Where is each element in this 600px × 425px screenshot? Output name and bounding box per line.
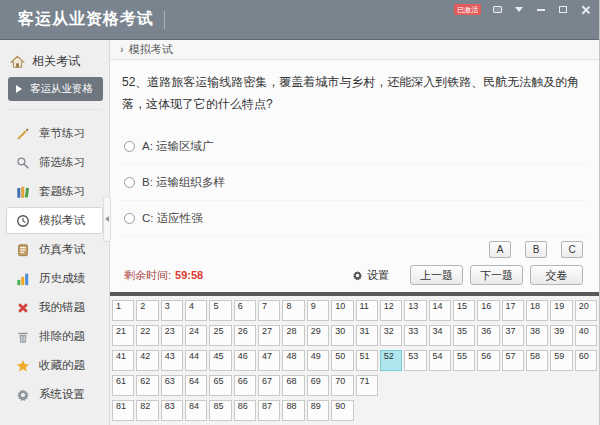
grid-cell-44[interactable]: 44 bbox=[185, 350, 207, 371]
grid-cell-87[interactable]: 87 bbox=[258, 400, 280, 421]
sidebar-item-my-mistakes[interactable]: 我的错题 bbox=[6, 294, 103, 321]
close-icon[interactable] bbox=[579, 4, 591, 15]
grid-cell-70[interactable]: 70 bbox=[331, 375, 353, 396]
grid-cell-7[interactable]: 7 bbox=[258, 300, 280, 321]
grid-cell-43[interactable]: 43 bbox=[161, 350, 183, 371]
answer-key-b-button[interactable]: B bbox=[525, 241, 547, 258]
option-c-radio[interactable] bbox=[124, 213, 135, 224]
option-b-radio[interactable] bbox=[124, 177, 135, 188]
grid-cell-33[interactable]: 33 bbox=[404, 325, 426, 346]
grid-cell-53[interactable]: 53 bbox=[404, 350, 426, 371]
answer-key-c-button[interactable]: C bbox=[561, 241, 583, 258]
grid-cell-9[interactable]: 9 bbox=[307, 300, 329, 321]
grid-cell-25[interactable]: 25 bbox=[209, 325, 231, 346]
grid-cell-56[interactable]: 56 bbox=[477, 350, 499, 371]
sidebar-item-mock-exam[interactable]: 模拟考试 bbox=[6, 207, 103, 234]
minimize-icon[interactable] bbox=[535, 4, 547, 15]
grid-cell-26[interactable]: 26 bbox=[234, 325, 256, 346]
grid-cell-11[interactable]: 11 bbox=[356, 300, 378, 321]
grid-cell-19[interactable]: 19 bbox=[550, 300, 572, 321]
grid-cell-57[interactable]: 57 bbox=[502, 350, 524, 371]
grid-cell-59[interactable]: 59 bbox=[550, 350, 572, 371]
grid-cell-86[interactable]: 86 bbox=[234, 400, 256, 421]
grid-cell-41[interactable]: 41 bbox=[112, 350, 134, 371]
grid-cell-10[interactable]: 10 bbox=[331, 300, 353, 321]
grid-cell-68[interactable]: 68 bbox=[282, 375, 304, 396]
grid-cell-49[interactable]: 49 bbox=[307, 350, 329, 371]
grid-cell-40[interactable]: 40 bbox=[575, 325, 597, 346]
answer-key-a-button[interactable]: A bbox=[489, 241, 511, 258]
grid-cell-66[interactable]: 66 bbox=[234, 375, 256, 396]
grid-cell-63[interactable]: 63 bbox=[161, 375, 183, 396]
grid-cell-65[interactable]: 65 bbox=[209, 375, 231, 396]
grid-cell-17[interactable]: 17 bbox=[502, 300, 524, 321]
option-c[interactable]: C: 适应性强 bbox=[122, 201, 587, 237]
submit-exam-button[interactable]: 交卷 bbox=[530, 265, 583, 285]
grid-cell-47[interactable]: 47 bbox=[258, 350, 280, 371]
grid-cell-62[interactable]: 62 bbox=[136, 375, 158, 396]
grid-cell-61[interactable]: 61 bbox=[112, 375, 134, 396]
grid-cell-52[interactable]: 52 bbox=[380, 350, 402, 371]
sidebar-item-simulation-exam[interactable]: 仿真考试 bbox=[6, 236, 103, 263]
next-question-button[interactable]: 下一题 bbox=[470, 265, 523, 285]
grid-cell-81[interactable]: 81 bbox=[112, 400, 134, 421]
grid-cell-39[interactable]: 39 bbox=[550, 325, 572, 346]
grid-cell-16[interactable]: 16 bbox=[477, 300, 499, 321]
grid-cell-13[interactable]: 13 bbox=[404, 300, 426, 321]
grid-cell-82[interactable]: 82 bbox=[136, 400, 158, 421]
grid-cell-35[interactable]: 35 bbox=[453, 325, 475, 346]
grid-cell-83[interactable]: 83 bbox=[161, 400, 183, 421]
maximize-icon[interactable] bbox=[557, 4, 569, 15]
grid-cell-55[interactable]: 55 bbox=[453, 350, 475, 371]
grid-cell-14[interactable]: 14 bbox=[429, 300, 451, 321]
sidebar-item-history-scores[interactable]: 历史成绩 bbox=[6, 265, 103, 292]
grid-cell-4[interactable]: 4 bbox=[185, 300, 207, 321]
grid-cell-24[interactable]: 24 bbox=[185, 325, 207, 346]
grid-cell-37[interactable]: 37 bbox=[502, 325, 524, 346]
option-b[interactable]: B: 运输组织多样 bbox=[122, 165, 587, 201]
grid-cell-51[interactable]: 51 bbox=[356, 350, 378, 371]
grid-cell-12[interactable]: 12 bbox=[380, 300, 402, 321]
grid-cell-28[interactable]: 28 bbox=[282, 325, 304, 346]
grid-cell-32[interactable]: 32 bbox=[380, 325, 402, 346]
message-icon[interactable] bbox=[491, 4, 503, 15]
settings-button[interactable]: 设置 bbox=[352, 268, 389, 283]
grid-cell-5[interactable]: 5 bbox=[209, 300, 231, 321]
grid-cell-69[interactable]: 69 bbox=[307, 375, 329, 396]
grid-cell-88[interactable]: 88 bbox=[282, 400, 304, 421]
grid-cell-30[interactable]: 30 bbox=[331, 325, 353, 346]
grid-cell-64[interactable]: 64 bbox=[185, 375, 207, 396]
grid-cell-29[interactable]: 29 bbox=[307, 325, 329, 346]
grid-cell-23[interactable]: 23 bbox=[161, 325, 183, 346]
grid-cell-45[interactable]: 45 bbox=[209, 350, 231, 371]
sidebar-item-settings[interactable]: 系统设置 bbox=[6, 381, 103, 408]
grid-cell-90[interactable]: 90 bbox=[331, 400, 353, 421]
grid-cell-67[interactable]: 67 bbox=[258, 375, 280, 396]
sidebar-item-filter-practice[interactable]: 筛选练习 bbox=[6, 149, 103, 176]
grid-cell-50[interactable]: 50 bbox=[331, 350, 353, 371]
sidebar-item-favorites[interactable]: 收藏的题 bbox=[6, 352, 103, 379]
grid-cell-42[interactable]: 42 bbox=[136, 350, 158, 371]
sidebar-item-set-practice[interactable]: 套题练习 bbox=[6, 178, 103, 205]
grid-cell-31[interactable]: 31 bbox=[356, 325, 378, 346]
grid-cell-3[interactable]: 3 bbox=[161, 300, 183, 321]
sidebar-item-exam-category[interactable]: 客运从业资格 bbox=[8, 77, 103, 101]
sidebar-item-excluded-questions[interactable]: 排除的题 bbox=[6, 323, 103, 350]
grid-cell-1[interactable]: 1 bbox=[112, 300, 134, 321]
option-a[interactable]: A: 运输区域广 bbox=[122, 129, 587, 165]
grid-cell-54[interactable]: 54 bbox=[429, 350, 451, 371]
grid-cell-89[interactable]: 89 bbox=[307, 400, 329, 421]
grid-cell-18[interactable]: 18 bbox=[526, 300, 548, 321]
sidebar-item-chapter-practice[interactable]: 章节练习 bbox=[6, 120, 103, 147]
grid-cell-22[interactable]: 22 bbox=[136, 325, 158, 346]
grid-cell-38[interactable]: 38 bbox=[526, 325, 548, 346]
dropdown-icon[interactable] bbox=[513, 4, 525, 15]
grid-cell-15[interactable]: 15 bbox=[453, 300, 475, 321]
grid-cell-46[interactable]: 46 bbox=[234, 350, 256, 371]
prev-question-button[interactable]: 上一题 bbox=[410, 265, 463, 285]
grid-cell-60[interactable]: 60 bbox=[575, 350, 597, 371]
grid-cell-20[interactable]: 20 bbox=[575, 300, 597, 321]
grid-cell-6[interactable]: 6 bbox=[234, 300, 256, 321]
grid-cell-36[interactable]: 36 bbox=[477, 325, 499, 346]
grid-cell-21[interactable]: 21 bbox=[112, 325, 134, 346]
